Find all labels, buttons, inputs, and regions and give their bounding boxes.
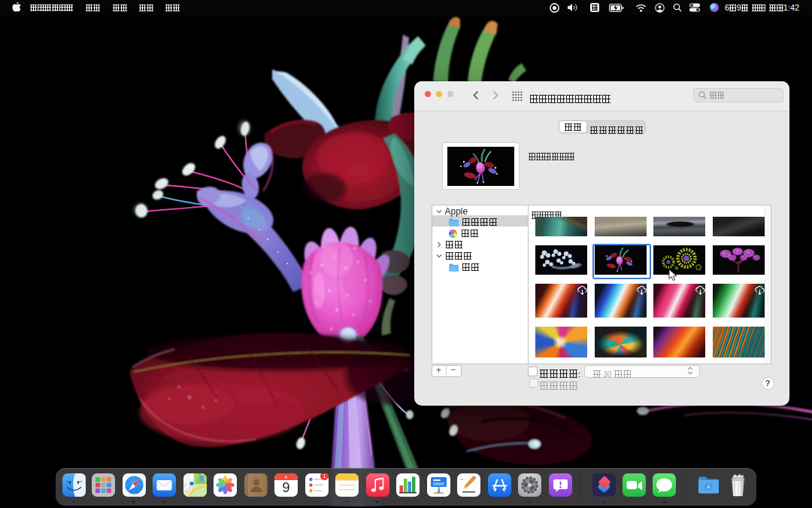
svg-text:9: 9 (282, 480, 289, 495)
svg-text:1: 1 (323, 473, 326, 479)
svg-text:“: “ (460, 476, 464, 484)
svg-text:6: 6 (285, 475, 287, 479)
